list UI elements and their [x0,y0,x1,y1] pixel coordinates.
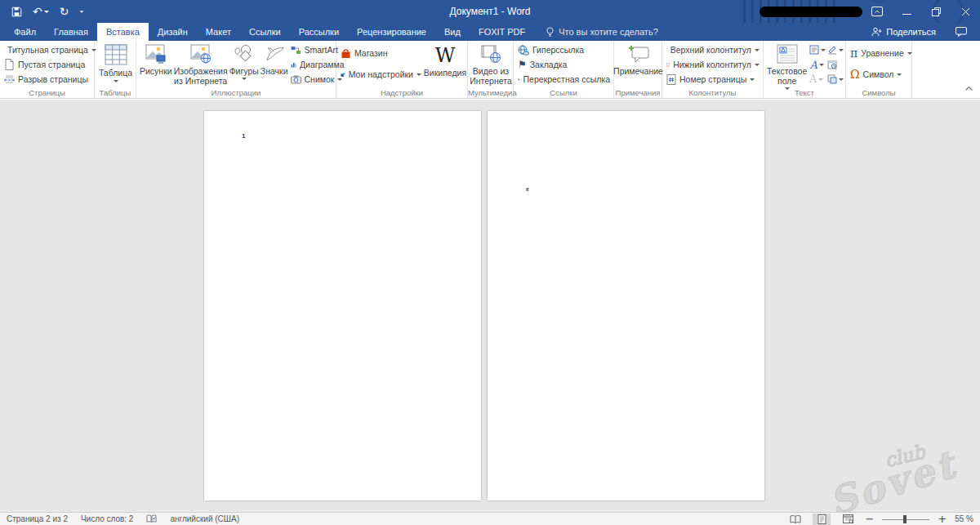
equation-button[interactable]: π Уравнение [849,46,910,60]
quick-parts-button[interactable] [809,45,827,55]
tab-review[interactable]: Рецензирование [348,23,435,41]
tab-view[interactable]: Вид [435,23,470,41]
footer-icon [666,60,670,70]
page-2-text: e [526,186,529,192]
save-button[interactable] [11,7,22,17]
hyperlink-icon [518,45,529,56]
zoom-out-button[interactable]: − [865,514,874,525]
print-layout-icon [817,514,826,524]
online-pictures-button[interactable]: Изображения из Интернета [173,42,229,87]
zoom-in-button[interactable]: + [938,514,947,525]
tab-references[interactable]: Ссылки [240,23,290,41]
signature-line-button[interactable] [827,45,845,55]
zoom-slider[interactable] [882,514,929,525]
ribbon-display-options-icon [871,7,883,16]
table-label: Таблица [99,68,132,78]
tab-mailings[interactable]: Рассылки [290,23,348,41]
header-label: Верхний колонтитул [670,45,751,55]
tabrow-right-cluster: Поделиться [871,23,980,41]
cross-reference-icon [518,74,520,85]
symbol-button[interactable]: Ω Символ [849,67,910,82]
feedback-comment-icon[interactable] [956,27,967,37]
status-language[interactable]: английский (США) [170,514,239,523]
footer-button[interactable]: Нижний колонтитул [665,57,761,72]
object-icon [827,74,837,84]
ribbon-tab-bar: Файл Главная Вставка Дизайн Макет Ссылки… [0,23,980,41]
view-print-layout-button[interactable] [813,514,831,525]
blank-page-icon [4,59,15,70]
comment-button[interactable]: Примечание [617,42,660,76]
collapse-ribbon-icon [964,86,973,91]
text-box-button[interactable]: Текстовое поле [766,42,808,90]
collapse-ribbon-button[interactable] [964,80,973,95]
customize-qat-icon [80,11,84,12]
screenshot-label: Снимок [305,74,335,84]
customize-qat-button[interactable] [79,11,84,13]
ribbon-insert: Титульная страница Пустая страница Разры… [0,41,980,99]
wikipedia-button[interactable]: W Википедия [423,42,467,85]
table-button[interactable]: Таблица [97,42,134,82]
header-button[interactable]: Верхний колонтитул [665,42,761,57]
tab-foxit-pdf[interactable]: FOXIT PDF [470,23,534,41]
shapes-button[interactable]: Фигуры [229,42,260,87]
wikipedia-icon: W [435,46,456,65]
view-read-mode-button[interactable] [786,514,804,525]
pictures-button[interactable]: Рисунки [139,42,173,87]
restore-button[interactable] [921,0,951,23]
ribbon-group-text: Текстовое поле А [764,41,846,98]
datetime-button[interactable] [827,60,845,69]
page-break-button[interactable]: Разрыв страницы [2,72,92,87]
icons-label: Значки [261,66,288,76]
proofing-status-icon[interactable] [146,514,157,523]
tab-insert[interactable]: Вставка [97,23,149,41]
minimize-button[interactable] [892,0,921,23]
document-page-1[interactable]: 1 [204,111,481,501]
equation-dropdown-icon [907,52,912,55]
close-button[interactable] [951,0,980,23]
object-dropdown-icon [839,78,844,81]
datetime-icon [827,60,837,69]
tab-home[interactable]: Главная [45,23,97,41]
undo-button[interactable]: ↶ [33,6,49,17]
icons-dove-icon [264,44,285,64]
page-break-icon [4,73,15,85]
page-number-dropdown-icon [750,78,755,81]
ribbon-display-options-button[interactable] [862,0,892,23]
tab-file[interactable]: Файл [5,23,45,41]
redo-button[interactable]: ↻ [60,6,69,17]
cover-page-button[interactable]: Титульная страница [2,42,92,57]
my-addins-icon [341,69,345,80]
shapes-label: Фигуры [229,66,259,76]
store-button[interactable]: Магазин [339,46,423,60]
drop-cap-button[interactable]: A [809,74,827,84]
tab-design[interactable]: Дизайн [149,23,197,41]
symbol-dropdown-icon [897,73,902,76]
object-button[interactable] [827,74,845,84]
online-video-button[interactable]: Видео из Интернета [470,42,511,86]
footer-dropdown-icon [755,64,760,66]
zoom-level[interactable]: 55 % [955,514,973,523]
icons-button[interactable]: Значки [260,42,289,87]
share-button[interactable]: Поделиться [871,27,936,37]
ribbon-filler [912,41,980,98]
text-box-icon [777,44,798,64]
tab-layout[interactable]: Макет [197,23,240,41]
wordart-button[interactable]: А [809,60,827,70]
ribbon-group-symbols: π Уравнение Ω Символ Символы [846,41,912,98]
tell-me-box[interactable]: Что вы хотите сделать? [546,23,658,41]
document-page-2[interactable]: e [488,111,764,501]
header-icon [666,45,667,56]
my-addins-button[interactable]: Мои надстройки [339,67,423,82]
page-number-button[interactable]: Номер страницы [665,72,761,87]
bookmark-button[interactable]: ⚑ Закладка [516,57,612,72]
hyperlink-button[interactable]: Гиперссылка [516,42,612,57]
blank-page-button[interactable]: Пустая страница [2,57,92,72]
cross-reference-button[interactable]: Перекрестная ссылка [516,72,612,87]
view-web-layout-button[interactable] [839,514,857,525]
status-word-count[interactable]: Число слов: 2 [81,514,133,523]
zoom-slider-handle[interactable] [903,515,906,523]
status-page-indicator[interactable]: Страница 2 из 2 [7,514,68,523]
sovet-club-watermark: club Sovet [820,432,962,512]
my-addins-label: Мои надстройки [349,69,413,79]
equation-label: Уравнение [861,48,904,58]
